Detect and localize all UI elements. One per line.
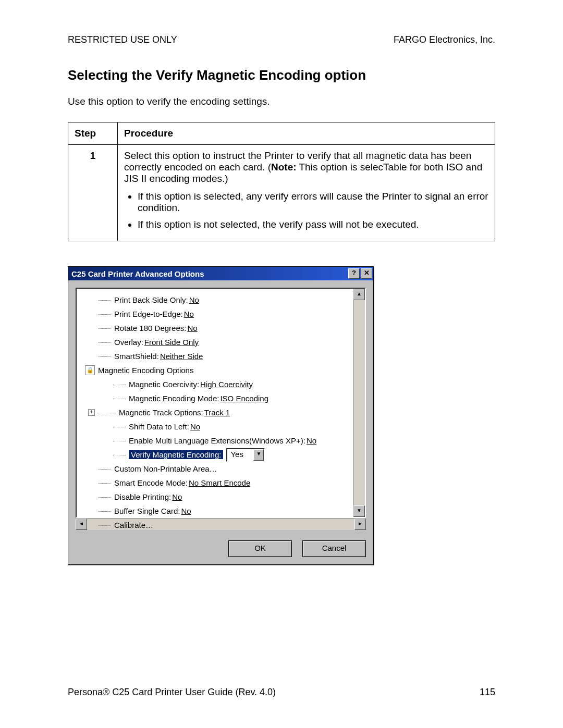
- opt-disable-printing[interactable]: Disable Printing: No: [81, 490, 353, 504]
- header-company: FARGO Electronics, Inc.: [394, 34, 495, 45]
- options-tree[interactable]: Print Back Side Only: No Print Edge-to-E…: [77, 289, 353, 517]
- tree-connector-icon: [99, 468, 111, 470]
- opt-magnetic-encoding-group[interactable]: 🔒 Magnetic Encoding Options: [81, 363, 353, 377]
- step-content: Select this option to instruct the Print…: [118, 145, 495, 241]
- opt-magnetic-track[interactable]: + Magnetic Track Options: Track 1: [81, 405, 353, 419]
- tree-connector-icon: [113, 384, 126, 385]
- tree-connector-icon: [99, 511, 111, 512]
- opt-overlay[interactable]: Overlay: Front Side Only: [81, 335, 353, 349]
- bullet-2: If this option is not selected, the veri…: [138, 219, 488, 230]
- opt-smart-encode-mode[interactable]: Smart Encode Mode: No Smart Encode: [81, 476, 353, 490]
- tree-connector-icon: [113, 454, 126, 455]
- step-number: 1: [68, 145, 118, 241]
- opt-rotate-180[interactable]: Rotate 180 Degrees: No: [81, 321, 353, 335]
- col-step: Step: [68, 122, 118, 145]
- scroll-up-button[interactable]: ▲: [353, 289, 365, 300]
- tree-connector-icon: [99, 525, 111, 526]
- intro-text: Use this option to verify the encoding s…: [68, 96, 495, 107]
- scroll-right-button[interactable]: ►: [354, 519, 366, 530]
- col-procedure: Procedure: [118, 122, 495, 145]
- tree-connector-icon: [99, 300, 111, 301]
- opt-shift-data-left[interactable]: Shift Data to Left: No: [81, 419, 353, 434]
- tree-connector-icon: [99, 483, 111, 484]
- ok-button[interactable]: OK: [228, 540, 292, 557]
- cancel-button[interactable]: Cancel: [302, 540, 366, 557]
- opt-magnetic-coercivity[interactable]: Magnetic Coercivity: High Coercivity: [81, 377, 353, 391]
- opt-buffer-single-card[interactable]: Buffer Single Card: No: [81, 504, 353, 518]
- tree-connector-icon: [113, 440, 126, 441]
- tree-connector-icon: [113, 426, 126, 427]
- tree-connector-icon: [113, 398, 126, 399]
- tree-connector-icon: [99, 497, 111, 498]
- opt-custom-non-printable[interactable]: Custom Non-Printable Area…: [81, 462, 353, 476]
- verify-dropdown[interactable]: Yes ▼: [226, 448, 265, 462]
- opt-calibrate[interactable]: Calibrate…: [81, 518, 353, 532]
- opt-verify-magnetic-encoding[interactable]: Verify Magnetic Encoding: Yes ▼: [81, 448, 353, 462]
- opt-smartshield[interactable]: SmartShield: Neither Side: [81, 349, 353, 363]
- advanced-options-dialog: C25 Card Printer Advanced Options ? ✕ Pr…: [68, 266, 374, 565]
- section-heading: Selecting the Verify Magnetic Encoding o…: [68, 67, 495, 83]
- header-restriction: RESTRICTED USE ONLY: [68, 34, 177, 45]
- footer-guide-title: Persona® C25 Card Printer User Guide (Re…: [68, 687, 276, 698]
- opt-print-back-side[interactable]: Print Back Side Only: No: [81, 293, 353, 307]
- opt-edge-to-edge[interactable]: Print Edge-to-Edge: No: [81, 307, 353, 321]
- dialog-title: C25 Card Printer Advanced Options: [71, 269, 347, 278]
- bullet-1: If this option is selected, any verify e…: [138, 191, 488, 214]
- page-number: 115: [480, 687, 495, 698]
- lock-icon: 🔒: [85, 365, 95, 375]
- verify-dropdown-value: Yes: [227, 449, 253, 461]
- tree-connector-icon: [99, 328, 111, 329]
- tree-connector-icon: [99, 356, 111, 357]
- vertical-scrollbar[interactable]: ▲ ▼: [353, 289, 365, 517]
- scroll-down-button[interactable]: ▼: [353, 505, 365, 517]
- expand-icon[interactable]: +: [88, 409, 95, 416]
- procedure-table: Step Procedure 1 Select this option to i…: [68, 122, 495, 241]
- tree-connector-icon: [99, 342, 111, 343]
- opt-magnetic-encoding-mode[interactable]: Magnetic Encoding Mode: ISO Encoding: [81, 391, 353, 405]
- note-label: Note:: [271, 162, 297, 172]
- dialog-titlebar[interactable]: C25 Card Printer Advanced Options ? ✕: [68, 267, 373, 280]
- chevron-down-icon[interactable]: ▼: [253, 449, 264, 461]
- tree-connector-icon: [99, 314, 111, 315]
- close-button[interactable]: ✕: [361, 268, 372, 279]
- opt-multi-language-ext[interactable]: Enable Multi Language Extensions(Windows…: [81, 434, 353, 448]
- selected-option-label: Verify Magnetic Encoding:: [129, 450, 223, 459]
- help-button[interactable]: ?: [348, 268, 360, 279]
- tree-connector-icon: [97, 412, 116, 413]
